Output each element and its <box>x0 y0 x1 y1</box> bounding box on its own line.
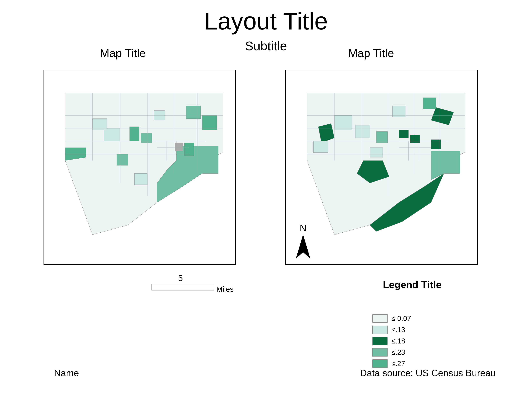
legend-item: ≤.13 <box>372 326 485 334</box>
map-frame-right <box>285 70 478 265</box>
map-frame-left <box>44 70 236 265</box>
scale-bar-rect <box>152 284 214 290</box>
legend-label: ≤.18 <box>391 337 405 345</box>
svg-rect-0 <box>130 127 139 141</box>
svg-rect-20 <box>370 148 383 157</box>
footer-data-source: Data source: US Census Bureau <box>360 367 496 378</box>
legend-item: ≤.27 <box>372 359 485 368</box>
north-arrow-icon <box>295 234 311 260</box>
legend-swatch <box>372 359 388 368</box>
choropleth-map-right <box>286 70 478 265</box>
footer-name: Name <box>54 367 79 378</box>
north-label: N <box>295 223 311 233</box>
map-title-left: Map Title <box>100 47 146 60</box>
legend-swatch <box>372 337 388 345</box>
legend-label: ≤ 0.07 <box>391 314 411 323</box>
svg-rect-10 <box>134 173 147 185</box>
north-arrow: N <box>295 223 311 260</box>
svg-rect-7 <box>117 154 128 165</box>
legend-swatch <box>372 314 388 323</box>
svg-rect-12 <box>355 125 370 138</box>
svg-rect-18 <box>314 141 328 152</box>
svg-rect-2 <box>104 128 120 141</box>
legend: Legend Title ≤ 0.07 ≤.13 ≤.18 ≤.23 ≤.27 <box>372 314 485 371</box>
choropleth-map-left <box>44 70 236 265</box>
svg-rect-4 <box>186 106 200 119</box>
map-layout-canvas: Layout Title Subtitle Map Title Map Titl… <box>0 0 532 411</box>
svg-marker-21 <box>296 234 310 259</box>
scale-unit: Miles <box>216 285 234 293</box>
svg-rect-14 <box>399 130 408 138</box>
svg-rect-1 <box>141 133 152 143</box>
map-title-right: Map Title <box>348 47 394 60</box>
svg-rect-8 <box>184 143 194 156</box>
legend-label: ≤.13 <box>391 326 405 334</box>
layout-subtitle: Subtitle <box>0 39 532 53</box>
layout-title: Layout Title <box>0 7 532 35</box>
svg-rect-11 <box>334 115 352 130</box>
legend-swatch <box>372 326 388 334</box>
scale-value: 5 <box>178 273 183 283</box>
legend-title: Legend Title <box>383 279 464 290</box>
svg-rect-19 <box>431 140 441 149</box>
legend-item: ≤.18 <box>372 337 485 345</box>
legend-item: ≤ 0.07 <box>372 314 485 323</box>
legend-swatch <box>372 348 388 356</box>
svg-rect-5 <box>202 115 217 130</box>
legend-label: ≤.23 <box>391 348 405 356</box>
legend-item: ≤.23 <box>372 348 485 356</box>
svg-rect-16 <box>423 98 436 109</box>
svg-rect-9 <box>175 143 183 151</box>
legend-label: ≤.27 <box>391 360 405 368</box>
